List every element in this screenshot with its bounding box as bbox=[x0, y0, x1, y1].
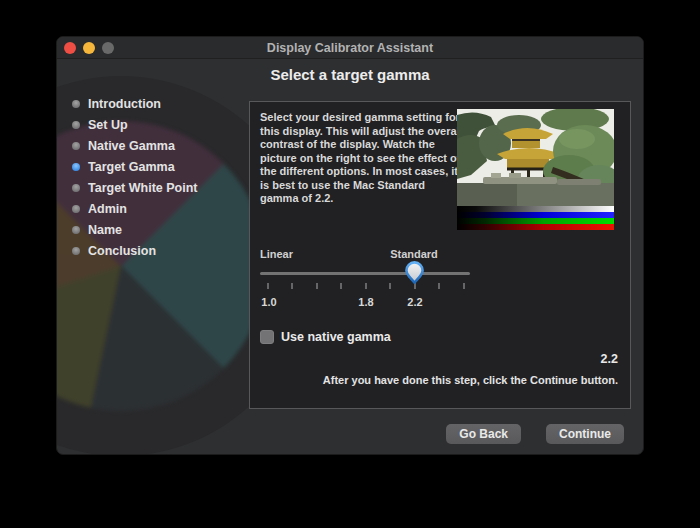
continue-instruction: After you have done this step, click the… bbox=[323, 374, 618, 386]
blue-gradient-bar bbox=[457, 212, 614, 218]
sidebar-item-label: Introduction bbox=[88, 97, 161, 111]
gray-gradient-bar bbox=[457, 206, 614, 212]
step-dot-icon bbox=[72, 205, 80, 213]
sidebar-item-set-up: Set Up bbox=[57, 114, 249, 135]
sidebar-item-label: Target Gamma bbox=[88, 160, 175, 174]
step-dot-icon bbox=[72, 121, 80, 129]
use-native-gamma-checkbox[interactable] bbox=[260, 330, 274, 344]
go-back-button[interactable]: Go Back bbox=[446, 424, 521, 444]
sidebar-item-label: Set Up bbox=[88, 118, 128, 132]
slider-label-standard: Standard bbox=[390, 248, 438, 260]
green-gradient-bar bbox=[457, 218, 614, 224]
sidebar-item-label: Admin bbox=[88, 202, 127, 216]
sidebar-item-native-gamma: Native Gamma bbox=[57, 135, 249, 156]
sidebar-item-target-gamma: Target Gamma bbox=[57, 156, 249, 177]
gamma-slider: Linear Standard 1.0 1.8 2.2 bbox=[260, 248, 470, 314]
step-dot-icon bbox=[72, 100, 80, 108]
display-calibrator-window: Display Calibrator Assistant Select a ta… bbox=[56, 36, 644, 455]
sidebar-item-introduction: Introduction bbox=[57, 93, 249, 114]
continue-button[interactable]: Continue bbox=[546, 424, 624, 444]
slider-tick bbox=[438, 283, 440, 289]
gamma-description-text: Select your desired gamma setting for th… bbox=[260, 111, 466, 206]
steps-sidebar: Introduction Set Up Native Gamma Target … bbox=[57, 93, 249, 261]
slider-tick bbox=[365, 283, 367, 289]
slider-track[interactable] bbox=[260, 272, 470, 275]
slider-tick bbox=[291, 283, 293, 289]
page-title: Select a target gamma bbox=[57, 66, 643, 83]
slider-tick bbox=[267, 283, 269, 289]
red-gradient-bar bbox=[457, 224, 614, 230]
sidebar-item-label: Conclusion bbox=[88, 244, 156, 258]
checkbox-label: Use native gamma bbox=[281, 330, 391, 344]
slider-label-linear: Linear bbox=[260, 248, 293, 260]
sidebar-item-admin: Admin bbox=[57, 198, 249, 219]
sidebar-item-name: Name bbox=[57, 219, 249, 240]
content-panel: Select your desired gamma setting for th… bbox=[249, 101, 631, 409]
gamma-preview-image bbox=[457, 109, 614, 230]
slider-tick bbox=[389, 283, 391, 289]
step-dot-icon bbox=[72, 247, 80, 255]
slider-tick bbox=[340, 283, 342, 289]
sidebar-item-target-white-point: Target White Point bbox=[57, 177, 249, 198]
step-dot-icon bbox=[72, 226, 80, 234]
sidebar-item-label: Name bbox=[88, 223, 122, 237]
sidebar-item-label: Native Gamma bbox=[88, 139, 175, 153]
screen: Display Calibrator Assistant Select a ta… bbox=[0, 0, 700, 528]
slider-tick-label: 1.8 bbox=[358, 296, 373, 308]
slider-tick bbox=[463, 283, 465, 289]
slider-tick bbox=[316, 283, 318, 289]
current-gamma-value: 2.2 bbox=[601, 352, 618, 366]
slider-handle[interactable] bbox=[405, 261, 424, 284]
sidebar-item-conclusion: Conclusion bbox=[57, 240, 249, 261]
golden-pavilion-photo bbox=[457, 109, 614, 230]
step-dot-icon bbox=[72, 142, 80, 150]
window-title: Display Calibrator Assistant bbox=[57, 41, 643, 55]
slider-tick-label: 1.0 bbox=[261, 296, 276, 308]
use-native-gamma-row: Use native gamma bbox=[260, 330, 391, 344]
slider-tick-label: 2.2 bbox=[407, 296, 422, 308]
footer-buttons: Go Back Continue bbox=[446, 424, 624, 444]
title-bar: Display Calibrator Assistant bbox=[57, 37, 643, 59]
step-dot-icon bbox=[72, 184, 80, 192]
step-dot-active-icon bbox=[72, 163, 80, 171]
sidebar-item-label: Target White Point bbox=[88, 181, 198, 195]
